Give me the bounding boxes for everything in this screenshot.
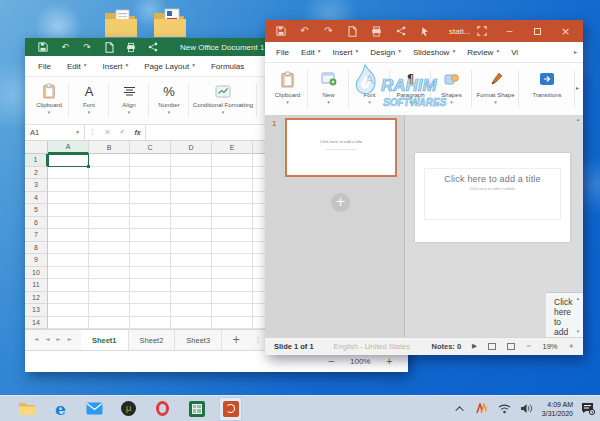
excel-ribbon-clipboard[interactable]: Clipboard ▾ [29,77,69,124]
minimize-button[interactable]: − [504,26,515,37]
scroll-up-icon[interactable]: ▴ [577,117,580,122]
ppt-menu-file[interactable]: File [276,48,289,57]
sheet-tab-sheet1[interactable]: Sheet1 [81,330,129,350]
add-sheet-button[interactable]: + [232,335,240,345]
excel-ribbon-conditional-formatting[interactable]: Conditional Formatting ▾ [189,77,257,124]
excel-row-header-6[interactable]: 6 [25,217,48,230]
sheet-tab-sheet2[interactable]: Sheet2 [129,330,176,350]
notes-scrollbar[interactable]: ▴ ▾ [574,296,582,334]
print-icon[interactable] [126,42,136,53]
excel-menu-formulas[interactable]: Formulas [211,62,244,71]
excel-menu-insert[interactable]: Insert▾ [102,62,128,71]
desktop-folder-icon[interactable] [102,6,138,42]
slide-canvas[interactable]: Click here to add a title Click here to … [415,153,570,242]
pen-tool-tray-icon[interactable] [476,402,490,416]
notes-pane[interactable]: Click here to add notes ▴ ▾ [546,292,583,337]
last-sheet-icon[interactable]: ► [68,337,72,343]
select-all-corner[interactable] [25,141,48,154]
ppt-menu-design[interactable]: Design▾ [370,48,401,57]
excel-row-header-3[interactable]: 3 [25,179,48,192]
show-hidden-icons-chevron[interactable] [454,402,468,416]
excel-row-header-10[interactable]: 10 [25,267,48,280]
excel-column-header-D[interactable]: D [171,141,212,154]
ppt-menu-slideshow[interactable]: Slideshow▾ [413,48,455,57]
save-icon[interactable] [38,42,48,53]
presenter-pointer-icon[interactable] [419,25,430,37]
redo-icon[interactable]: ↷ [82,42,92,53]
add-slide-button[interactable]: + [331,193,350,212]
excel-row-header-11[interactable]: 11 [25,279,48,292]
close-button[interactable]: × [560,26,571,37]
wifi-tray-icon[interactable] [498,402,512,416]
maximize-button[interactable] [532,26,543,37]
new-document-icon[interactable] [347,25,358,37]
redo-icon[interactable]: ↷ [323,25,334,37]
desktop-folder-icon-2[interactable] [151,6,187,42]
tab-overflow-icon[interactable]: ⋮ [255,337,262,344]
slide-thumbnails-panel[interactable]: 1 Click here to add a title Click here t… [265,115,405,337]
ppt-ribbon-format-shape[interactable]: Format Shape ▾ [472,63,519,115]
excel-column-header-B[interactable]: B [89,141,130,154]
excel-column-header-A[interactable]: A [48,141,89,154]
cancel-entry-button[interactable]: × [100,129,115,136]
slideshow-play-button[interactable]: ▶ [472,343,477,350]
selected-cell-a1[interactable] [48,154,89,167]
ppt-ribbon-new[interactable]: New ▾ [308,63,349,115]
scroll-down-icon[interactable]: ▾ [577,329,580,334]
excel-menu-page-layout[interactable]: Page Layout▾ [144,62,195,71]
new-document-icon[interactable] [104,42,114,53]
taskbar-clock[interactable]: 4:09 AM 3/31/2020 [542,400,573,418]
slide-subtitle-placeholder[interactable]: Click here to add a subtitle [450,187,535,191]
powerpoint-titlebar[interactable]: ↶ ↷ stati... − × [265,20,583,42]
fullscreen-icon[interactable] [476,26,487,37]
menu-more-icon[interactable]: ▸ [574,49,583,55]
excel-row-header-13[interactable]: 13 [25,304,48,317]
ppt-menu-insert[interactable]: Insert▾ [332,48,358,57]
action-center-icon[interactable] [581,402,595,416]
zoom-out-button[interactable]: − [526,343,531,350]
excel-ribbon-number[interactable]: % Number ▾ [149,77,189,124]
save-icon[interactable] [275,25,286,37]
slide-sorter-view-button[interactable] [507,343,515,350]
ppt-menu-edit[interactable]: Edit▾ [301,48,321,57]
next-sheet-icon[interactable]: ► [56,337,60,343]
first-sheet-icon[interactable]: ◄ [34,337,38,343]
insert-function-button[interactable]: fx [130,129,145,136]
ppt-ribbon-clipboard[interactable]: Clipboard ▾ [267,63,308,115]
ppt-ribbon-shapes[interactable]: Shapes ▾ [431,63,472,115]
sheet-tab-sheet3[interactable]: Sheet3 [175,330,222,350]
zoom-in-button[interactable]: + [385,357,393,366]
excel-row-header-2[interactable]: 2 [25,167,48,180]
excel-row-header-7[interactable]: 7 [25,229,48,242]
slide-editing-area[interactable]: Click here to add a title Click here to … [405,115,583,337]
excel-row-header-12[interactable]: 12 [25,292,48,305]
excel-menu-edit[interactable]: Edit▾ [67,62,87,71]
undo-icon[interactable]: ↶ [60,42,70,53]
excel-row-header-9[interactable]: 9 [25,254,48,267]
excel-ribbon-align[interactable]: Align ▾ [109,77,149,124]
excel-taskbar-icon[interactable] [185,397,208,421]
excel-row-header-5[interactable]: 5 [25,204,48,217]
ppt-ribbon-paragraph[interactable]: ¶ Paragraph ▾ [390,63,431,115]
excel-column-header-E[interactable]: E [212,141,253,154]
share-icon[interactable] [395,25,406,37]
excel-row-header-14[interactable]: 14 [25,317,48,330]
confirm-entry-button[interactable]: ✓ [115,129,130,136]
ribbon-more-icon[interactable]: ▸ [576,85,579,91]
previous-sheet-icon[interactable]: ◄ [45,337,49,343]
volume-tray-icon[interactable] [520,402,534,416]
file-explorer-taskbar-icon[interactable] [15,397,38,421]
ppt-menu-review[interactable]: Review▾ [467,48,499,57]
print-icon[interactable] [371,25,382,37]
excel-menu-file[interactable]: File [38,62,51,71]
notes-count-label[interactable]: Notes: 0 [431,342,461,351]
excel-row-header-4[interactable]: 4 [25,192,48,205]
zoom-out-button[interactable]: − [327,357,335,366]
opera-taskbar-icon[interactable] [151,397,174,421]
ppt-ribbon-font[interactable]: A Font ▾ [349,63,390,115]
name-box[interactable]: A1 ▾ [25,125,85,140]
ppt-ribbon-transitions[interactable]: Transitions [519,63,575,115]
utorrent-taskbar-icon[interactable]: µ [117,397,140,421]
zoom-in-button[interactable]: + [569,343,574,350]
excel-ribbon-font[interactable]: A Font ▾ [69,77,109,124]
